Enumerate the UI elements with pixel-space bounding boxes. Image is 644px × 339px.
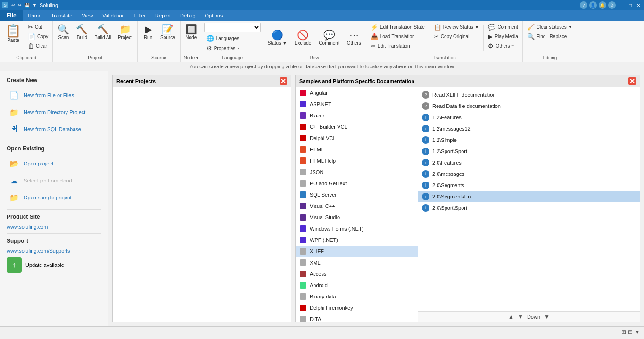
title-bar: S ↩ ↪ 💾 ▼ Soluling ? 👤 🔔 ⚙ — □ ✕ — [0, 0, 644, 10]
menu-home[interactable]: Home — [23, 10, 46, 21]
sample-item[interactable]: WPF (.NET) — [296, 234, 418, 246]
grid-icon1[interactable]: ⊞ — [621, 329, 626, 335]
open-sample-btn[interactable]: 📁 Open sample project — [7, 190, 101, 206]
settings-icon[interactable]: ⚙ — [608, 1, 616, 9]
sample-item[interactable]: ASP.NET — [296, 99, 418, 110]
dropdown-status[interactable]: ▼ — [635, 329, 640, 335]
menu-filter[interactable]: Filter — [130, 10, 150, 21]
sample-item[interactable]: JSON — [296, 166, 418, 178]
review-status-btn[interactable]: 📋 Review Status ▼ — [431, 23, 482, 32]
sample-item[interactable]: HTML — [296, 144, 418, 155]
play-media-btn[interactable]: ▶ Play Media — [486, 32, 520, 41]
minimize-btn[interactable]: — — [618, 0, 626, 10]
save-btn[interactable]: 💾 — [24, 3, 31, 8]
sample-item[interactable]: XLIFF — [296, 246, 418, 257]
build-all-btn[interactable]: 🔨 Build All — [91, 23, 114, 42]
sample-item-icon — [299, 191, 307, 198]
sample-item[interactable]: SQL Server — [296, 189, 418, 200]
project-btn[interactable]: 📁 Project — [115, 23, 135, 42]
load-translation-btn[interactable]: 📥 Load Translation — [368, 32, 427, 41]
sample-item[interactable]: Visual C++ — [296, 200, 418, 212]
user-icon[interactable]: 👤 — [589, 1, 597, 9]
grid-icon2[interactable]: ⊟ — [628, 329, 633, 335]
doc-item[interactable]: ?Read XLIFF documentation — [418, 89, 640, 100]
sample-item[interactable]: DITA — [296, 314, 418, 322]
new-from-file-btn[interactable]: 📄 New from File or Files — [7, 87, 101, 103]
window-controls: — □ ✕ — [618, 0, 642, 10]
menu-file[interactable]: File — [0, 10, 23, 21]
copy-btn[interactable]: 📄 Copy — [25, 32, 50, 41]
languages-btn[interactable]: 🌐 Languages — [204, 34, 242, 43]
find-replace-btn[interactable]: 🔍 Find _Replace — [525, 32, 575, 41]
sample-item[interactable]: Binary data — [296, 291, 418, 302]
sample-item[interactable]: Visual Studio — [296, 212, 418, 223]
paste-btn[interactable]: 📋 Paste — [2, 23, 25, 45]
close-btn[interactable]: ✕ — [635, 0, 642, 10]
menu-report[interactable]: Report — [150, 10, 175, 21]
menu-validation[interactable]: Validation — [98, 10, 130, 21]
build-btn[interactable]: 🔨 Build — [73, 23, 91, 42]
trans-comment-btn[interactable]: 💬 Comment — [486, 23, 520, 32]
menu-translate[interactable]: Translate — [46, 10, 77, 21]
down-nav-label: Down — [527, 314, 540, 320]
doc-item[interactable]: ?Read Data file documentation — [418, 100, 640, 112]
dropdown-btn[interactable]: ▼ — [32, 3, 38, 8]
maximize-btn[interactable]: □ — [627, 0, 634, 10]
select-cloud-btn[interactable]: ☁ Select job from cloud — [7, 173, 101, 189]
clear-statuses-btn[interactable]: 🧹 Clear statuses ▼ — [525, 23, 575, 32]
cut-btn[interactable]: ✂ Cut — [25, 23, 50, 32]
doc-item[interactable]: i1.2\Simple — [418, 134, 640, 146]
down-nav[interactable]: ▲ ▼ Down ▼ — [418, 311, 640, 322]
new-from-directory-btn[interactable]: 📁 New from Directory Project — [7, 104, 101, 120]
sample-item-icon — [299, 225, 307, 232]
source-btn[interactable]: 📝 Source — [157, 23, 178, 42]
exclude-btn[interactable]: 🚫 Exclude — [292, 28, 314, 48]
samples-close[interactable]: ✕ — [628, 77, 636, 85]
sample-item[interactable]: Blazor — [296, 110, 418, 121]
menu-options[interactable]: Options — [200, 10, 228, 21]
sample-item[interactable]: HTML Help — [296, 155, 418, 166]
doc-item[interactable]: i2.0\Sport\Sport — [418, 202, 640, 214]
support-link[interactable]: www.soluling.com/Supports — [7, 248, 101, 254]
help-icon[interactable]: ? — [580, 1, 587, 9]
run-btn[interactable]: ▶ Run — [140, 23, 157, 42]
edit-translation-btn[interactable]: ✏ Edit Translation — [368, 41, 427, 50]
menu-view[interactable]: View — [77, 10, 98, 21]
sample-item[interactable]: Access — [296, 268, 418, 280]
doc-item[interactable]: i2.0\SegmentsEn — [418, 191, 640, 202]
menu-debug[interactable]: Debug — [175, 10, 200, 21]
scan-btn[interactable]: 🔍 Scan — [55, 23, 72, 42]
others-trans-btn[interactable]: ⚙ Others ~ — [486, 41, 520, 50]
doc-item[interactable]: i2.0\messages — [418, 168, 640, 180]
doc-item[interactable]: i1.2\Sport\Sport — [418, 146, 640, 157]
sample-item[interactable]: C++Builder VCL — [296, 121, 418, 132]
doc-item[interactable]: i2.0\Features — [418, 157, 640, 168]
recent-projects-close[interactable]: ✕ — [280, 77, 287, 85]
sample-item[interactable]: Angular — [296, 87, 418, 99]
node-btn[interactable]: 🔲 Node — [182, 23, 200, 42]
translation-col1: ⚡ Edit Translation State 📥 Load Translat… — [368, 23, 427, 50]
properties-btn[interactable]: ⚙ Properties ~ — [204, 44, 242, 53]
sample-item[interactable]: Android — [296, 280, 418, 291]
sample-item[interactable]: Windows Forms (.NET) — [296, 223, 418, 234]
notify-icon[interactable]: 🔔 — [599, 1, 606, 9]
comment-btn[interactable]: 💬 Comment — [316, 28, 342, 48]
doc-item[interactable]: i2.0\Segments — [418, 180, 640, 191]
undo-btn[interactable]: ↩ — [10, 3, 16, 8]
product-site-link[interactable]: www.soluling.com — [7, 224, 101, 230]
clear-btn[interactable]: 🗑 Clear — [25, 41, 50, 50]
open-project-btn[interactable]: 📂 Open project — [7, 156, 101, 172]
copy-original-btn[interactable]: ✂ Copy Original — [431, 32, 482, 41]
sample-item[interactable]: PO and GetText — [296, 178, 418, 189]
redo-btn[interactable]: ↪ — [17, 3, 23, 8]
sample-item[interactable]: XML — [296, 257, 418, 268]
new-from-sql-btn[interactable]: 🗄 New from SQL Database — [7, 121, 101, 137]
doc-item[interactable]: i1.2\Features — [418, 112, 640, 123]
sample-item[interactable]: Delphi Firemonkey — [296, 302, 418, 314]
sample-item[interactable]: Delphi VCL — [296, 132, 418, 144]
doc-item[interactable]: i1.2\messages12 — [418, 123, 640, 134]
status-btn[interactable]: 🔵 Status ▼ — [265, 28, 290, 48]
edit-translation-state-btn[interactable]: ⚡ Edit Translation State — [368, 23, 427, 32]
language-dropdown[interactable] — [204, 23, 261, 32]
others-btn[interactable]: ⋯ Others — [344, 28, 364, 48]
